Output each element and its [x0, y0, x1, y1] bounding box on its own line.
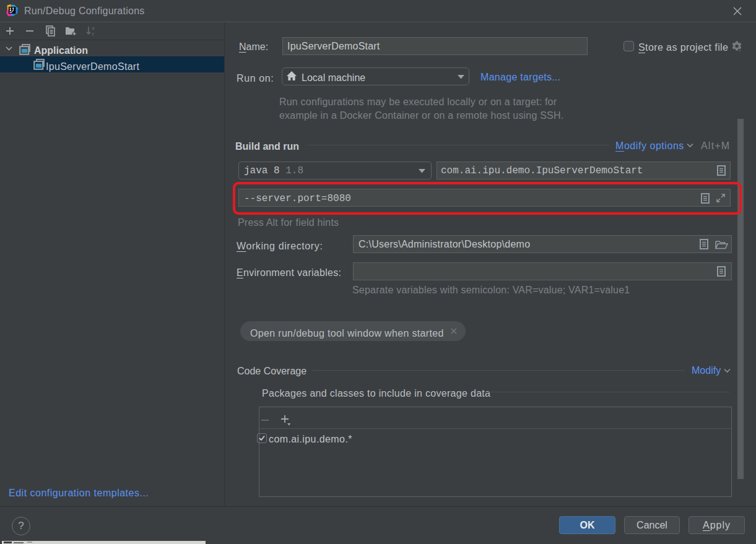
svg-text:z: z [92, 31, 94, 37]
svg-text:a: a [92, 25, 95, 31]
